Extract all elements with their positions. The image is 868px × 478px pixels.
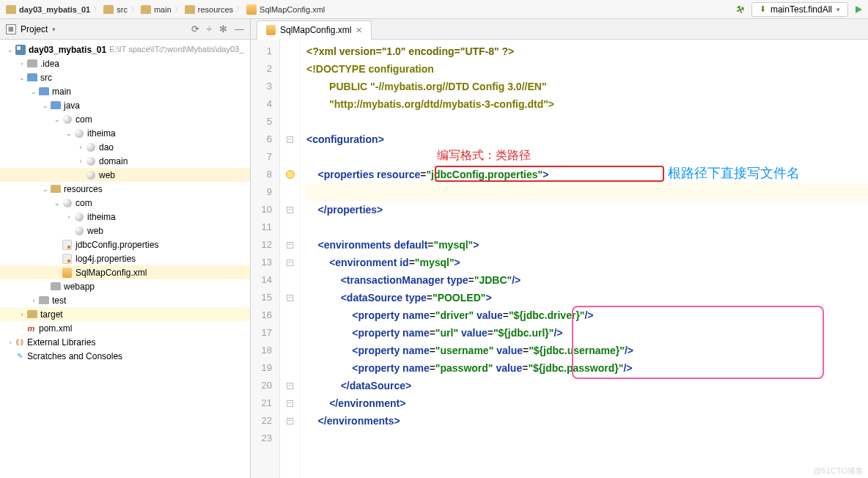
hide-icon[interactable]: — (235, 23, 244, 34)
code-content[interactable]: 编写格式：类路径 根路径下直接写文件名 <?xml version="1.0" … (301, 40, 868, 478)
breadcrumb-item[interactable]: main (154, 5, 172, 14)
chevron-down-icon[interactable]: ⌄ (41, 185, 50, 193)
tree-item-label: pom.xml (39, 323, 72, 334)
chevron-down-icon[interactable]: ⌄ (29, 88, 38, 95)
chevron-right-icon[interactable]: › (18, 311, 26, 318)
chevron-right-icon[interactable]: › (6, 339, 15, 346)
chevron-right-icon[interactable]: › (65, 213, 73, 221)
code-line[interactable]: </properties> (306, 201, 868, 218)
code-line[interactable]: </environments> (306, 412, 868, 430)
code-line[interactable]: <configuration> (306, 130, 868, 148)
tree-row[interactable]: ⌄src (0, 70, 250, 84)
line-number: 17 (251, 324, 272, 342)
code-line[interactable]: <!DOCTYPE configuration (306, 60, 868, 78)
build-icon[interactable]: ⚒ (735, 3, 746, 15)
code-line[interactable]: PUBLIC "-//mybatis.org//DTD Config 3.0//… (306, 78, 868, 95)
breadcrumb-item[interactable]: SqlMapConfig.xml (260, 5, 325, 14)
chevron-down-icon[interactable]: ⌄ (18, 74, 26, 81)
code-line[interactable]: <property name="driver" value="${jdbc.dr… (306, 306, 868, 324)
intention-bulb-icon[interactable] (286, 170, 295, 179)
tree-row[interactable]: ⌄com (0, 196, 250, 210)
tree-row[interactable]: webapp (0, 279, 250, 293)
code-line[interactable]: <transactionManager type="JDBC"/> (306, 271, 868, 289)
tree-row[interactable]: web (0, 224, 250, 238)
code-line[interactable]: <property name="url" value="${jdbc.url}"… (306, 324, 868, 342)
tree-row[interactable]: ›itheima (0, 210, 250, 224)
chevron-down-icon[interactable]: ⌄ (53, 116, 62, 123)
fold-end-icon[interactable]: − (287, 418, 293, 424)
tree-row[interactable]: ›⟪⟫External Libraries (0, 335, 250, 349)
code-line[interactable]: <dataSource type="POOLED"> (306, 289, 868, 306)
tree-row[interactable]: log4j.properties (0, 251, 250, 265)
chevron-down-icon[interactable]: ⌄ (41, 102, 50, 109)
tree-row[interactable]: web (0, 168, 250, 182)
line-number-gutter: 1234567891011121314151617181920212223 (251, 40, 280, 478)
chevron-down-icon[interactable]: ⌄ (53, 199, 62, 207)
chevron-down-icon[interactable]: ⌄ (65, 130, 73, 137)
fold-end-icon[interactable]: − (287, 400, 293, 407)
tree-row[interactable]: ›.idea (0, 56, 250, 70)
chevron-right-icon[interactable]: › (76, 158, 85, 165)
tree-item-label: itheima (87, 128, 116, 139)
fold-collapse-icon[interactable]: − (287, 136, 293, 143)
code-line[interactable] (306, 148, 868, 166)
tree-row[interactable]: ⌄java (0, 98, 250, 112)
divide-icon[interactable]: ÷ (207, 23, 212, 34)
code-line[interactable]: <property name="username" value="${jdbc.… (306, 342, 868, 359)
code-line[interactable]: <environment id="mysql"> (306, 254, 868, 271)
fold-collapse-icon[interactable]: − (287, 260, 293, 266)
tree-row[interactable]: ⌄resources (0, 182, 250, 196)
project-tree[interactable]: ⌄day03_mybatis_01E:\IT space\ITのword\Myb… (0, 40, 250, 478)
code-line[interactable]: "http://mybatis.org/dtd/mybatis-3-config… (306, 95, 868, 113)
tree-row[interactable]: ⌄main (0, 84, 250, 98)
settings-icon[interactable]: ✻ (219, 23, 227, 34)
close-tab-icon[interactable]: ✕ (356, 26, 362, 35)
code-line[interactable] (306, 113, 868, 130)
fold-collapse-icon[interactable]: − (287, 242, 293, 249)
breadcrumb-item[interactable]: resources (198, 5, 233, 14)
tree-row[interactable]: ⌄com (0, 112, 250, 126)
tree-row[interactable]: ⌄day03_mybatis_01E:\IT space\ITのword\Myb… (0, 43, 250, 56)
chevron-right-icon[interactable]: › (18, 60, 26, 67)
code-line[interactable]: <property name="password" value="${jdbc.… (306, 359, 868, 377)
breadcrumb-item[interactable]: src (117, 5, 128, 14)
line-number: 18 (251, 342, 272, 359)
code-line[interactable]: <?xml version="1.0" encoding="UTF-8" ?> (306, 43, 868, 60)
folder-icon (50, 183, 61, 194)
run-button-icon[interactable] (856, 6, 862, 13)
chevron-right-icon[interactable]: › (76, 144, 85, 151)
folder-icon (103, 5, 114, 14)
folder-icon (185, 5, 195, 14)
module-icon (15, 44, 26, 55)
code-line[interactable]: </environment> (306, 394, 868, 412)
code-line[interactable] (306, 430, 868, 447)
breadcrumb-item[interactable]: day03_mybatis_01 (19, 5, 90, 14)
folder-icon (26, 58, 37, 69)
tree-row[interactable]: ›dao (0, 140, 250, 154)
code-line[interactable]: </dataSource> (306, 377, 868, 394)
tree-row[interactable]: ›test (0, 293, 250, 307)
tree-row[interactable]: mpom.xml (0, 321, 250, 335)
tree-row[interactable]: ✎Scratches and Consoles (0, 349, 250, 363)
editor-tab[interactable]: SqlMapConfig.xml ✕ (257, 21, 372, 40)
chevron-right-icon[interactable]: › (29, 297, 38, 304)
project-view-icon[interactable]: ▦ (6, 24, 16, 34)
code-editor[interactable]: 1234567891011121314151617181920212223 −−… (251, 40, 868, 478)
tree-row[interactable]: ›domain (0, 154, 250, 168)
tree-row[interactable]: ›target (0, 307, 250, 321)
fold-end-icon[interactable]: − (287, 383, 293, 389)
folder-icon (38, 86, 49, 97)
tree-row[interactable]: ⌄itheima (0, 126, 250, 140)
folder-icon (26, 72, 37, 83)
code-line[interactable] (306, 183, 868, 201)
code-line[interactable] (306, 218, 868, 236)
tree-row[interactable]: SqlMapConfig.xml (0, 265, 250, 279)
chevron-down-icon[interactable]: ⌄ (6, 46, 15, 54)
tree-row[interactable]: jdbcConfig.properties (0, 238, 250, 251)
run-config-dropdown[interactable]: ⬇ mainTest.findAll ▾ (751, 2, 848, 17)
folder-icon (6, 5, 16, 14)
code-line[interactable]: <environments default="mysql"> (306, 236, 868, 254)
fold-end-icon[interactable]: − (287, 207, 293, 213)
collapse-icon[interactable]: ⟳ (191, 23, 199, 34)
fold-collapse-icon[interactable]: − (287, 295, 293, 301)
